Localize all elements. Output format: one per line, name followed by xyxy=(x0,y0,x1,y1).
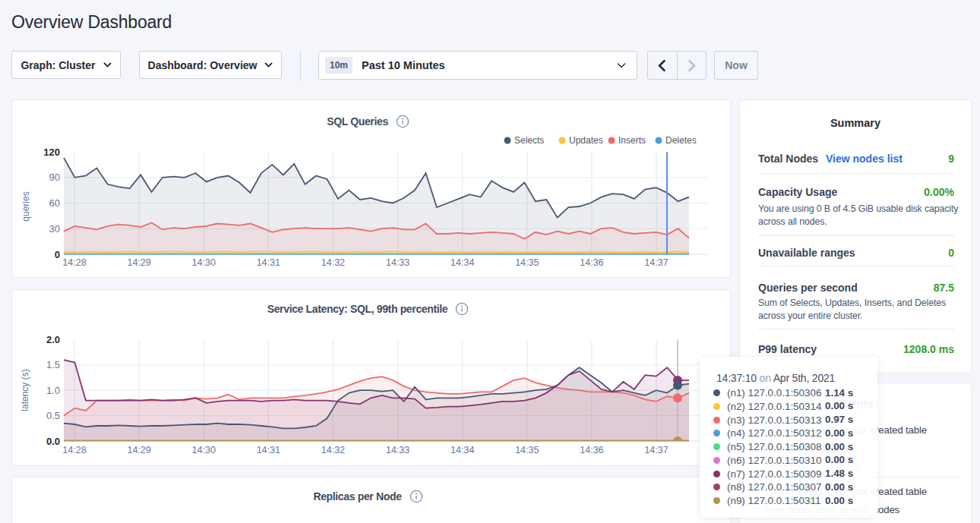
svg-text:14:29: 14:29 xyxy=(127,445,150,455)
svg-text:14:33: 14:33 xyxy=(386,257,409,268)
svg-text:Updates: Updates xyxy=(569,135,603,146)
svg-text:1.5: 1.5 xyxy=(46,359,60,370)
svg-text:Deletes: Deletes xyxy=(665,135,697,146)
svg-text:0.5: 0.5 xyxy=(46,410,60,421)
svg-text:0: 0 xyxy=(55,249,60,260)
svg-text:14:30: 14:30 xyxy=(192,257,216,268)
svg-text:120: 120 xyxy=(43,147,60,158)
svg-text:1.0: 1.0 xyxy=(46,385,60,396)
svg-text:14:28: 14:28 xyxy=(62,445,86,455)
svg-text:30: 30 xyxy=(49,223,60,235)
svg-text:queries: queries xyxy=(21,191,31,221)
svg-text:14:36: 14:36 xyxy=(580,445,603,455)
svg-text:0.0: 0.0 xyxy=(46,436,60,447)
svg-text:14:34: 14:34 xyxy=(450,445,474,455)
svg-text:14:35: 14:35 xyxy=(515,445,539,455)
svg-text:14:36: 14:36 xyxy=(580,257,603,268)
svg-text:Selects: Selects xyxy=(514,135,544,146)
svg-text:14:31: 14:31 xyxy=(257,445,280,455)
svg-text:14:35: 14:35 xyxy=(515,257,539,268)
svg-text:14:32: 14:32 xyxy=(321,257,345,268)
svg-text:14:34: 14:34 xyxy=(450,257,474,268)
svg-text:latency (s): latency (s) xyxy=(20,369,30,411)
svg-text:14:33: 14:33 xyxy=(386,445,409,455)
svg-text:14:32: 14:32 xyxy=(321,445,345,455)
svg-text:2.0: 2.0 xyxy=(46,334,60,345)
svg-text:Inserts: Inserts xyxy=(618,135,646,146)
svg-text:14:29: 14:29 xyxy=(127,257,150,268)
svg-text:60: 60 xyxy=(49,197,60,209)
svg-text:14:37: 14:37 xyxy=(644,257,668,268)
svg-text:14:37: 14:37 xyxy=(644,445,668,455)
svg-text:14:28: 14:28 xyxy=(62,257,86,268)
svg-text:14:31: 14:31 xyxy=(257,257,280,268)
svg-text:90: 90 xyxy=(49,172,60,183)
svg-text:14:30: 14:30 xyxy=(192,445,216,455)
